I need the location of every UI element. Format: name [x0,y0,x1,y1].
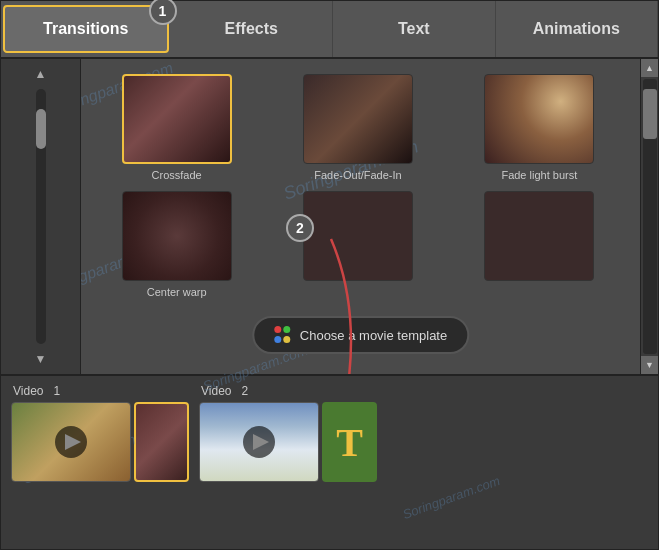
tab-animations[interactable]: Animations [496,1,659,57]
tab-transitions[interactable]: Transitions 1 [3,5,169,53]
transitions-grid: Crossfade Fade-Out/Fade-In Fade light bu… [81,59,640,313]
tab-text[interactable]: Text [333,1,496,57]
transition-label-fade-out: Fade-Out/Fade-In [314,169,401,181]
tab-effects[interactable]: Effects [171,1,334,57]
video-2-label: Video 2 [199,384,248,398]
transition-empty-2 [454,191,625,298]
main-window: Transitions 1 Effects Text Animations ▲ [0,0,659,550]
transition-thumb-fade-light [484,74,594,164]
dot-red [274,326,281,333]
play-icon-1 [65,434,81,450]
video-track-row-1 [11,402,189,482]
scroll-down-arrow[interactable]: ▼ [26,349,56,369]
tab-bar: Transitions 1 Effects Text Animations [1,1,658,59]
transition-label-crossfade: Crossfade [152,169,202,181]
transition-center-warp[interactable]: Center warp [91,191,262,298]
tab-effects-label: Effects [225,20,278,38]
right-scrollbar: ▲ ▼ [640,59,658,374]
dot-yellow [283,336,290,343]
transition-label-center-warp: Center warp [147,286,207,298]
left-scroll-panel: ▲ ▼ [1,59,81,374]
video-clip-text[interactable]: T [322,402,377,482]
app-container: Soringparam.com Soringparam.com Soringpa… [0,0,659,550]
video-section-2: Video 2 T [199,384,377,482]
lower-area: ▲ ▼ Crossfade [1,59,658,374]
dot-green [283,326,290,333]
video-tracks: Video 1 [1,376,658,549]
transitions-grid-wrapper: Crossfade Fade-Out/Fade-In Fade light bu… [81,59,640,374]
video-track-row-2: T [199,402,377,482]
transition-crossfade[interactable]: Crossfade [91,74,262,181]
tab-transitions-label: Transitions [43,20,128,38]
scrollbar-up-button[interactable]: ▲ [641,59,659,77]
scrollbar-down-button[interactable]: ▼ [641,356,659,374]
timeline-transition-slot[interactable] [134,402,189,482]
transition-fade-out[interactable]: Fade-Out/Fade-In [272,74,443,181]
transition-empty-1 [272,191,443,298]
transition-thumb-center-warp [122,191,232,281]
dot-blue [274,336,281,343]
movie-template-label: Choose a movie template [300,328,447,343]
movie-template-button[interactable]: Choose a movie template [252,316,469,354]
tab-text-label: Text [398,20,430,38]
annotation-1: 1 [149,0,177,25]
timeline-area: Video 1 [1,374,658,549]
tab-animations-label: Animations [533,20,620,38]
video-section-1: Video 1 [11,384,189,482]
video-1-label: Video 1 [11,384,60,398]
transition-label-fade-light: Fade light burst [501,169,577,181]
scrollbar-track [643,79,657,354]
transition-thumb-crossfade [122,74,232,164]
transition-fade-light[interactable]: Fade light burst [454,74,625,181]
text-clip-T: T [336,419,363,466]
transition-thumb-empty-2 [484,191,594,281]
play-icon-2 [253,434,269,450]
transition-thumb-empty-1 [303,191,413,281]
play-button-2[interactable] [243,426,275,458]
scrollbar-thumb[interactable] [643,89,657,139]
transition-thumb-fade-out [303,74,413,164]
video-clip-1[interactable] [11,402,131,482]
dots-icon [274,326,292,344]
play-button-1[interactable] [55,426,87,458]
annotation-2: 2 [286,214,314,242]
scroll-thumb[interactable] [36,109,46,149]
scroll-up-arrow[interactable]: ▲ [26,64,56,84]
video-clip-2[interactable] [199,402,319,482]
scroll-track [36,89,46,344]
